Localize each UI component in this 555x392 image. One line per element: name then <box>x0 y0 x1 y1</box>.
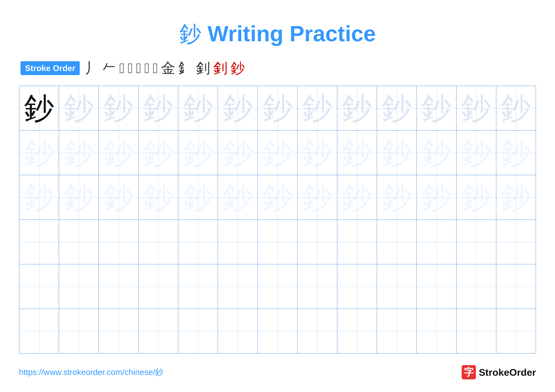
grid-row-4 <box>19 220 536 264</box>
grid-cell-6-8[interactable] <box>298 309 337 353</box>
stroke-6: 𠃊 <box>145 60 150 76</box>
grid-cell-6-3[interactable] <box>99 309 139 353</box>
grid-cell-5-2[interactable] <box>59 264 99 309</box>
stroke-1: 丿 <box>85 58 99 78</box>
char-lighter: 鈔 <box>382 133 412 173</box>
grid-cell-1-2[interactable]: 鈔 <box>59 86 99 130</box>
grid-cell-4-5[interactable] <box>178 220 218 264</box>
grid-cell-6-13[interactable] <box>496 309 536 353</box>
grid-cell-3-13[interactable]: 鈔 <box>496 175 536 220</box>
stroke-8: 金 <box>161 58 175 78</box>
grid-cell-5-11[interactable] <box>417 264 456 309</box>
grid-cell-2-10[interactable]: 鈔 <box>377 131 417 175</box>
grid-cell-4-6[interactable] <box>218 220 258 264</box>
grid-cell-4-4[interactable] <box>139 220 178 264</box>
grid-cell-5-1[interactable] <box>19 264 59 309</box>
grid-cell-2-2[interactable]: 鈔 <box>59 131 99 175</box>
grid-cell-6-12[interactable] <box>457 309 496 353</box>
grid-cell-1-10[interactable]: 鈔 <box>377 86 417 130</box>
grid-cell-3-5[interactable]: 鈔 <box>178 175 218 220</box>
grid-cell-4-8[interactable] <box>298 220 337 264</box>
grid-cell-2-5[interactable]: 鈔 <box>178 131 218 175</box>
grid-cell-2-13[interactable]: 鈔 <box>496 131 536 175</box>
grid-cell-3-10[interactable]: 鈔 <box>377 175 417 220</box>
grid-cell-3-1[interactable]: 鈔 <box>19 175 59 220</box>
grid-cell-5-9[interactable] <box>337 264 377 309</box>
grid-cell-3-7[interactable]: 鈔 <box>258 175 297 220</box>
grid-cell-5-12[interactable] <box>457 264 496 309</box>
grid-cell-1-6[interactable]: 鈔 <box>218 86 258 130</box>
grid-cell-6-2[interactable] <box>59 309 99 353</box>
grid-cell-1-5[interactable]: 鈔 <box>178 86 218 130</box>
grid-cell-4-12[interactable] <box>457 220 496 264</box>
footer-url[interactable]: https://www.strokeorder.com/chinese/鈔 <box>19 367 163 378</box>
grid-cell-4-10[interactable] <box>377 220 417 264</box>
stroke-order-badge: Stroke Order <box>21 61 80 75</box>
grid-cell-2-12[interactable]: 鈔 <box>457 131 496 175</box>
grid-cell-4-13[interactable] <box>496 220 536 264</box>
grid-cell-4-2[interactable] <box>59 220 99 264</box>
grid-cell-5-13[interactable] <box>496 264 536 309</box>
grid-cell-5-5[interactable] <box>178 264 218 309</box>
grid-cell-3-3[interactable]: 鈔 <box>99 175 139 220</box>
grid-cell-5-10[interactable] <box>377 264 417 309</box>
grid-cell-1-3[interactable]: 鈔 <box>99 86 139 130</box>
char-lighter: 鈔 <box>382 177 412 218</box>
grid-cell-1-11[interactable]: 鈔 <box>417 86 456 130</box>
grid-cell-5-3[interactable] <box>99 264 139 309</box>
grid-cell-3-4[interactable]: 鈔 <box>139 175 178 220</box>
char-lighter: 鈔 <box>143 177 173 218</box>
grid-cell-1-9[interactable]: 鈔 <box>337 86 377 130</box>
grid-cell-2-9[interactable]: 鈔 <box>337 131 377 175</box>
grid-cell-2-6[interactable]: 鈔 <box>218 131 258 175</box>
stroke-9: 釒 <box>178 58 193 78</box>
char-lighter: 鈔 <box>183 177 213 218</box>
stroke-chars-list: 丿 𠂉 𠃍 𠂈 𠂇 𠃊 𠄡 金 釒 釗 釗 鈔 <box>85 58 245 78</box>
strokeorder-logo-icon: 字 <box>462 365 476 379</box>
stroke-5: 𠂇 <box>136 60 141 76</box>
grid-cell-6-10[interactable] <box>377 309 417 353</box>
char-lighter: 鈔 <box>302 133 332 173</box>
grid-cell-4-11[interactable] <box>417 220 456 264</box>
grid-cell-2-3[interactable]: 鈔 <box>99 131 139 175</box>
grid-cell-1-12[interactable]: 鈔 <box>457 86 496 130</box>
grid-cell-6-5[interactable] <box>178 309 218 353</box>
char-light: 鈔 <box>263 88 292 128</box>
char-lighter: 鈔 <box>64 133 94 173</box>
grid-cell-6-11[interactable] <box>417 309 456 353</box>
grid-cell-6-9[interactable] <box>337 309 377 353</box>
grid-cell-2-4[interactable]: 鈔 <box>139 131 178 175</box>
grid-cell-3-6[interactable]: 鈔 <box>218 175 258 220</box>
grid-cell-2-1[interactable]: 鈔 <box>19 131 59 175</box>
grid-cell-4-3[interactable] <box>99 220 139 264</box>
grid-cell-2-8[interactable]: 鈔 <box>298 131 337 175</box>
grid-cell-1-13[interactable]: 鈔 <box>496 86 536 130</box>
char-lighter: 鈔 <box>501 177 531 218</box>
grid-cell-2-7[interactable]: 鈔 <box>258 131 297 175</box>
grid-cell-1-8[interactable]: 鈔 <box>298 86 337 130</box>
grid-cell-3-11[interactable]: 鈔 <box>417 175 456 220</box>
grid-cell-3-9[interactable]: 鈔 <box>337 175 377 220</box>
grid-cell-1-1[interactable]: 鈔 <box>19 86 59 130</box>
grid-cell-5-4[interactable] <box>139 264 178 309</box>
grid-cell-6-6[interactable] <box>218 309 258 353</box>
practice-grid: 鈔 鈔 鈔 鈔 鈔 鈔 鈔 鈔 鈔 <box>19 86 536 354</box>
char-lighter: 鈔 <box>461 133 491 173</box>
grid-cell-3-8[interactable]: 鈔 <box>298 175 337 220</box>
grid-cell-5-7[interactable] <box>258 264 297 309</box>
char-light: 鈔 <box>143 88 173 128</box>
grid-cell-4-7[interactable] <box>258 220 297 264</box>
grid-cell-1-7[interactable]: 鈔 <box>258 86 297 130</box>
grid-cell-3-2[interactable]: 鈔 <box>59 175 99 220</box>
grid-cell-6-4[interactable] <box>139 309 178 353</box>
grid-cell-4-9[interactable] <box>337 220 377 264</box>
grid-cell-1-4[interactable]: 鈔 <box>139 86 178 130</box>
char-lighter: 鈔 <box>461 177 491 218</box>
grid-cell-5-8[interactable] <box>298 264 337 309</box>
grid-cell-4-1[interactable] <box>19 220 59 264</box>
grid-cell-6-1[interactable] <box>19 309 59 353</box>
grid-cell-5-6[interactable] <box>218 264 258 309</box>
grid-cell-2-11[interactable]: 鈔 <box>417 131 456 175</box>
grid-cell-3-12[interactable]: 鈔 <box>457 175 496 220</box>
grid-cell-6-7[interactable] <box>258 309 297 353</box>
